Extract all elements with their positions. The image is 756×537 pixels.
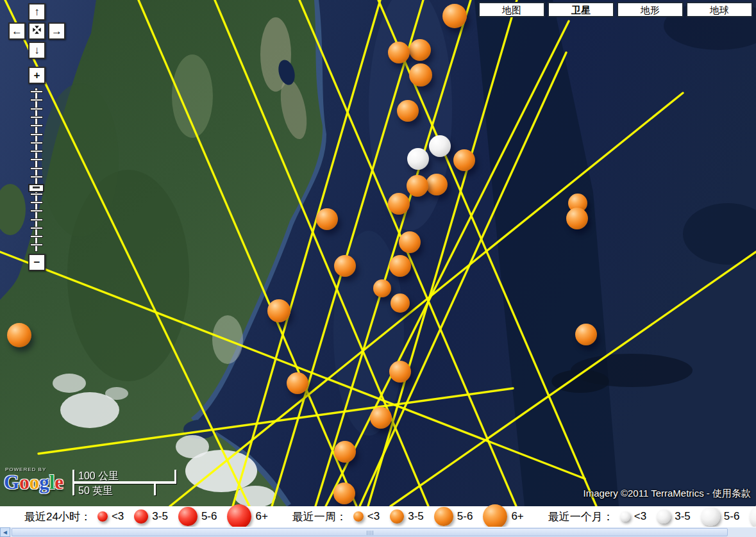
pan-left-button[interactable]: ← (8, 22, 26, 40)
legend-magnitude-label: 3-5 (408, 510, 424, 523)
zoom-out-button[interactable]: − (28, 254, 46, 271)
earthquake-marker-last-week[interactable] (442, 4, 467, 28)
zoom-tick (31, 117, 42, 118)
earthquake-marker-last-week[interactable] (267, 299, 290, 322)
legend-group-0: 最近24小时：<33-55-66+ (24, 504, 278, 529)
legend-sphere-red (134, 509, 148, 524)
google-logo-letter: o (19, 471, 29, 493)
zoom-tick (31, 227, 42, 229)
fault-line (368, 0, 517, 506)
zoom-in-button[interactable]: + (28, 67, 46, 84)
zoom-slider-handle[interactable] (28, 184, 44, 192)
earthquake-marker-last-week[interactable] (409, 63, 432, 87)
fault-lines (0, 0, 756, 506)
earthquake-marker-last-week[interactable] (389, 255, 411, 277)
zoom-tick (31, 236, 42, 237)
earthquake-marker-last-week[interactable] (575, 324, 597, 345)
zoom-tick (31, 202, 42, 203)
zoom-tick (31, 99, 42, 101)
legend-group-title: 最近一周： (292, 509, 347, 524)
earthquake-marker-last-week[interactable] (566, 208, 588, 229)
earthquake-marker-last-week[interactable] (388, 42, 410, 63)
zoom-tick (31, 125, 42, 126)
legend-sphere-orange (483, 504, 507, 529)
pan-up-button[interactable]: ↑ (28, 3, 46, 21)
horizontal-scrollbar[interactable]: ◄ (0, 527, 756, 537)
legend-item: 3-5 (134, 509, 168, 524)
zoom-tick (31, 194, 42, 195)
legend-item: 6+ (483, 504, 523, 529)
earthquake-marker-last-week[interactable] (370, 407, 392, 429)
earthquake-marker-last-week[interactable] (399, 231, 421, 253)
earthquake-marker-last-week[interactable] (389, 361, 411, 383)
map-type-button-地球[interactable]: 地球 (686, 2, 753, 17)
legend-group-1: 最近一周：<33-55-66+ (292, 504, 534, 529)
zoom-tick (31, 91, 42, 92)
pan-center-arrows-icon (31, 24, 43, 36)
google-logo[interactable]: Google (4, 471, 63, 494)
legend-magnitude-label: 5-6 (457, 510, 473, 523)
legend-magnitude-label: 5-6 (724, 510, 740, 523)
map-type-button-卫星[interactable]: 卫星 (548, 2, 614, 17)
pan-center-button[interactable] (28, 22, 46, 40)
zoom-tick (31, 108, 42, 110)
fault-line (391, 252, 756, 506)
map-canvas[interactable]: ↑ ← → ↓ + − 地图卫星地形地球 POWERED BY Google 1… (0, 0, 756, 506)
map-type-switcher: 地图卫星地形地球 (476, 2, 753, 17)
earthquake-marker-last-month[interactable] (407, 148, 429, 170)
legend-item: 6+ (750, 504, 756, 529)
map-type-button-地形[interactable]: 地形 (617, 2, 684, 17)
legend-sphere-orange (434, 507, 453, 526)
zoom-tick (31, 210, 42, 211)
fault-line (326, 21, 569, 506)
legend-item: <3 (353, 510, 380, 523)
legend-magnitude-label: 5-6 (201, 510, 217, 523)
earthquake-marker-last-week[interactable] (409, 39, 431, 61)
earthquake-marker-last-week[interactable] (426, 174, 448, 195)
scrollbar-thumb[interactable] (12, 528, 728, 536)
fault-line (360, 53, 566, 506)
legend-sphere-white (701, 507, 720, 526)
earthquake-marker-last-week[interactable] (453, 149, 475, 171)
legend-sphere-orange (353, 511, 364, 522)
earthquake-marker-last-week[interactable] (334, 441, 356, 463)
scroll-left-arrow[interactable]: ◄ (0, 527, 10, 537)
legend-magnitude-label: <3 (112, 510, 124, 523)
google-logo-letter: l (49, 471, 55, 493)
attribution: Imagery ©2011 TerraMetrics - 使用条款 (584, 488, 751, 500)
earthquake-marker-last-week[interactable] (333, 483, 355, 504)
earthquake-marker-last-month[interactable] (429, 135, 451, 157)
legend-sphere-white (657, 509, 671, 524)
earthquake-marker-last-week[interactable] (391, 293, 410, 313)
legend-magnitude-label: 3-5 (152, 510, 168, 523)
earthquake-marker-last-week[interactable] (7, 323, 31, 347)
legend-item: <3 (620, 510, 646, 523)
legend-item: 5-6 (178, 507, 217, 526)
google-logo-letter: o (29, 471, 40, 493)
earthquake-marker-last-week[interactable] (334, 255, 356, 277)
earthquake-marker-last-week[interactable] (388, 193, 410, 215)
earthquake-marker-last-week[interactable] (397, 100, 419, 122)
zoom-tick (31, 142, 42, 144)
legend-magnitude-label: 3-5 (675, 510, 691, 523)
legend-group-title: 最近一个月： (548, 509, 614, 524)
zoom-tick (31, 134, 42, 135)
earthquake-marker-last-week[interactable] (316, 208, 338, 230)
pan-right-button[interactable]: → (48, 22, 65, 40)
terms-of-use-link[interactable]: 使用条款 (712, 488, 751, 499)
zoom-tick (31, 168, 42, 169)
fault-line (233, 0, 380, 506)
imagery-credit: Imagery ©2011 TerraMetrics - (584, 488, 712, 499)
earthquake-map-app: ↑ ← → ↓ + − 地图卫星地形地球 POWERED BY Google 1… (0, 0, 756, 537)
legend-sphere-orange (390, 509, 404, 524)
earthquake-marker-last-week[interactable] (373, 279, 391, 297)
earthquake-marker-last-week[interactable] (407, 175, 428, 197)
earthquake-marker-last-week[interactable] (287, 372, 308, 394)
legend-sphere-white (620, 511, 630, 522)
map-type-button-地图[interactable]: 地图 (478, 2, 545, 17)
pan-down-button[interactable]: ↓ (28, 42, 46, 59)
legend-sphere-white (750, 504, 756, 529)
legend-sphere-red (178, 507, 197, 526)
legend-group-2: 最近一个月：<33-55-66+ (548, 504, 756, 529)
legend-item: 6+ (227, 504, 267, 529)
